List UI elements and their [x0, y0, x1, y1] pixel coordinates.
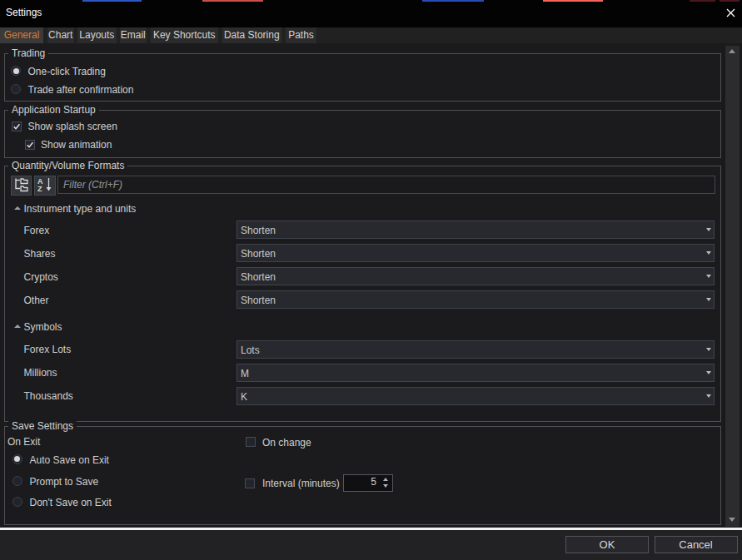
- svg-text:Z: Z: [37, 185, 42, 193]
